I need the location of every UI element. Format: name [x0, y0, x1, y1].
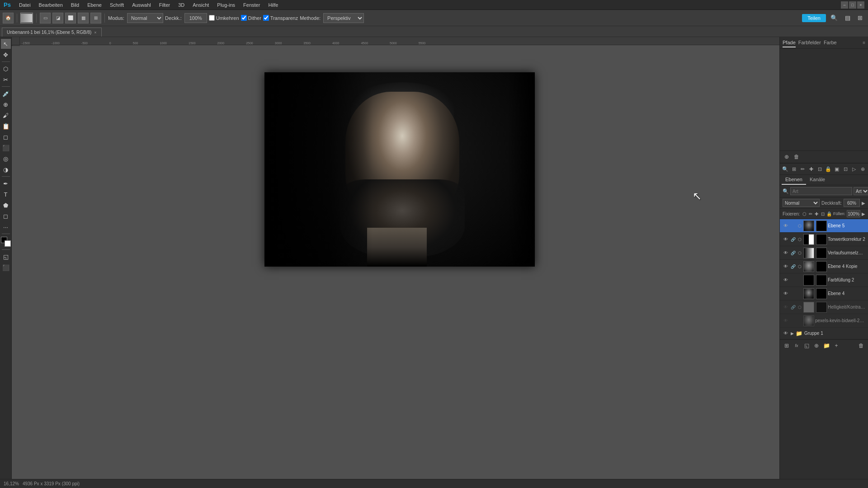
tab-close-icon[interactable]: × — [94, 30, 96, 35]
menu-bearbeiten[interactable]: Bearbeiten — [35, 1, 66, 9]
layer-mode-select[interactable]: Normal — [783, 199, 820, 207]
visibility-toggle-pexels[interactable]: 👁 — [783, 318, 789, 324]
tool-select[interactable]: ↖ — [1, 39, 11, 49]
close-button[interactable]: × — [857, 1, 864, 9]
mask-btn-helligkeit2[interactable]: ⬡ — [797, 305, 802, 310]
menu-ansicht[interactable]: Ansicht — [189, 1, 212, 9]
layer-icon-9[interactable]: ⊕ — [859, 165, 866, 173]
tool-option-4[interactable]: ▦ — [78, 13, 89, 23]
tool-option-2[interactable]: ◪ — [52, 13, 63, 23]
fill-opacity-input[interactable] — [847, 210, 860, 217]
invert-checkbox[interactable] — [209, 15, 215, 21]
mask-btn-ebene5[interactable]: ⬡ — [797, 223, 802, 229]
layer-search-input[interactable] — [790, 187, 852, 195]
tool-path[interactable]: ⬟ — [1, 200, 11, 210]
layer-icon-3[interactable]: ✚ — [807, 165, 815, 173]
menu-filter[interactable]: Filter — [156, 1, 174, 9]
layer-item-helligkeit2[interactable]: 👁 🔗 ⬡ Helligkeit/Kontrast 2 — [780, 300, 868, 314]
lock-artboard-icon[interactable]: ✚ — [814, 210, 819, 217]
link-btn-verlauf2[interactable]: 🔗 — [790, 250, 796, 256]
link-btn-farbfullung2[interactable] — [790, 277, 796, 283]
tool-gradient[interactable]: ⬛ — [1, 143, 11, 153]
menu-auswahl[interactable]: Auswahl — [128, 1, 155, 9]
link-btn-tonwert2[interactable]: 🔗 — [790, 236, 796, 243]
tool-shape[interactable]: ◻ — [1, 211, 11, 221]
layer-item-verlauf2[interactable]: 👁 🔗 ⬡ Verlaufsumselzung 2 — [780, 246, 868, 260]
share-button[interactable]: Teilen — [802, 14, 826, 22]
layer-group-icon[interactable]: 📁 — [822, 342, 830, 350]
opacity-expand-icon[interactable]: ▶ — [862, 201, 865, 206]
layer-icon-8[interactable]: ▷ — [850, 165, 858, 173]
layer-item-ebene4[interactable]: 👁 Ebene 4 — [780, 287, 868, 300]
opacity-value-input[interactable] — [844, 199, 860, 207]
tab-farbe[interactable]: Farbe — [824, 38, 837, 47]
layer-delete-icon[interactable]: 🗑 — [857, 342, 865, 350]
extra-icon-btn[interactable]: ⊞ — [855, 14, 865, 22]
layer-link-all-icon[interactable]: ⊞ — [783, 342, 791, 350]
maximize-button[interactable]: □ — [849, 1, 856, 9]
search-icon-btn[interactable]: 🔍 — [828, 14, 840, 22]
menu-bild[interactable]: Bild — [67, 1, 83, 9]
lock-move-icon[interactable]: ✏ — [808, 210, 813, 217]
tab-pfade[interactable]: Pfade — [783, 38, 796, 47]
tool-stamp[interactable]: 📋 — [1, 121, 11, 131]
tool-blur[interactable]: ◎ — [1, 154, 11, 164]
mode-select[interactable]: Normal — [127, 13, 163, 23]
layer-icon-5[interactable]: 🔒 — [825, 165, 832, 173]
lock-all-icon[interactable]: ⊡ — [821, 210, 825, 217]
visibility-toggle-ebene4kopie[interactable]: 👁 — [783, 263, 789, 270]
panel-collapse-icon[interactable]: ≡ — [863, 40, 865, 45]
mask-btn-pexels[interactable] — [797, 318, 802, 324]
tool-crop[interactable]: ✂ — [1, 75, 11, 84]
layer-type-select[interactable]: Art — [854, 187, 868, 195]
tool-option-5[interactable]: ⊞ — [90, 13, 101, 23]
layer-item-ebene4kopie[interactable]: 👁 🔗 ⬡ Ebene 4 Kopie — [780, 260, 868, 273]
visibility-toggle-tonwert2[interactable]: 👁 — [783, 236, 789, 243]
background-color[interactable] — [5, 240, 11, 247]
menu-schrift[interactable]: Schrift — [106, 1, 127, 9]
visibility-toggle-gruppe1[interactable]: 👁 — [783, 330, 789, 337]
mask-btn-tonwert2[interactable]: ⬡ — [797, 237, 802, 242]
link-btn-ebene4[interactable] — [790, 291, 796, 297]
layer-mask-add-icon[interactable]: ◱ — [802, 342, 811, 350]
visibility-toggle-ebene5[interactable]: 👁 — [783, 223, 789, 229]
tool-quickmask[interactable]: ◱ — [1, 252, 11, 262]
transparent-checkbox[interactable] — [263, 15, 269, 21]
tool-lasso[interactable]: ⬡ — [1, 64, 11, 74]
visibility-toggle-ebene4[interactable]: 👁 — [783, 291, 789, 297]
tab-farbfelder[interactable]: Farbfelder — [798, 38, 821, 47]
layer-fx-icon[interactable]: fx — [793, 342, 801, 350]
menu-fenster[interactable]: Fenster — [240, 1, 264, 9]
tool-option-1[interactable]: ▭ — [40, 13, 51, 23]
layer-item-tonwert2[interactable]: 👁 🔗 ⬡ Tonwertkorrektur 2 — [780, 233, 868, 246]
layer-search-btn[interactable]: 🔍 — [782, 165, 789, 173]
layer-icon-2[interactable]: ✏ — [799, 165, 806, 173]
layer-adj-icon[interactable]: ⊕ — [812, 342, 821, 350]
layer-icon-4[interactable]: ⊡ — [816, 165, 823, 173]
delete-path-icon[interactable]: 🗑 — [793, 153, 801, 161]
lock-pixels-icon[interactable]: ⬡ — [802, 210, 807, 217]
method-select[interactable]: Perspektiv — [323, 13, 364, 23]
tool-brush[interactable]: 🖌 — [1, 110, 11, 120]
tool-eyedropper[interactable]: 💉 — [1, 89, 11, 99]
tab-ebenen[interactable]: Ebenen — [782, 175, 806, 185]
canvas-area[interactable]: -1500 -1000 -500 0 500 1000 1500 2000 25… — [12, 37, 779, 479]
menu-plugins[interactable]: Plug-ins — [213, 1, 239, 9]
home-button[interactable]: 🏠 — [3, 13, 14, 23]
tool-heal[interactable]: ⊕ — [1, 99, 11, 109]
menu-ebene[interactable]: Ebene — [84, 1, 105, 9]
mask-btn-ebene4[interactable] — [797, 291, 802, 296]
opacity-input[interactable] — [184, 13, 207, 23]
tool-text[interactable]: T — [1, 189, 11, 199]
tool-option-3[interactable]: ⬜ — [65, 13, 76, 23]
link-btn-ebene4kopie[interactable]: 🔗 — [790, 263, 796, 270]
dither-checkbox[interactable] — [241, 15, 247, 21]
group-arrow-icon[interactable]: ▶ — [791, 331, 794, 336]
layer-icon-7[interactable]: ⊡ — [842, 165, 849, 173]
layer-item-ebene5[interactable]: 👁 ⬡ Ebene 5 — [780, 219, 868, 233]
menu-3d[interactable]: 3D — [175, 1, 188, 9]
lock-icon[interactable]: 🔒 — [826, 210, 832, 217]
layer-icon-6[interactable]: ▣ — [833, 165, 840, 173]
tool-pen[interactable]: ✒ — [1, 178, 11, 188]
layer-item-pexels[interactable]: 👁 pexels-kevin-bidwell-2380795 — [780, 314, 868, 328]
